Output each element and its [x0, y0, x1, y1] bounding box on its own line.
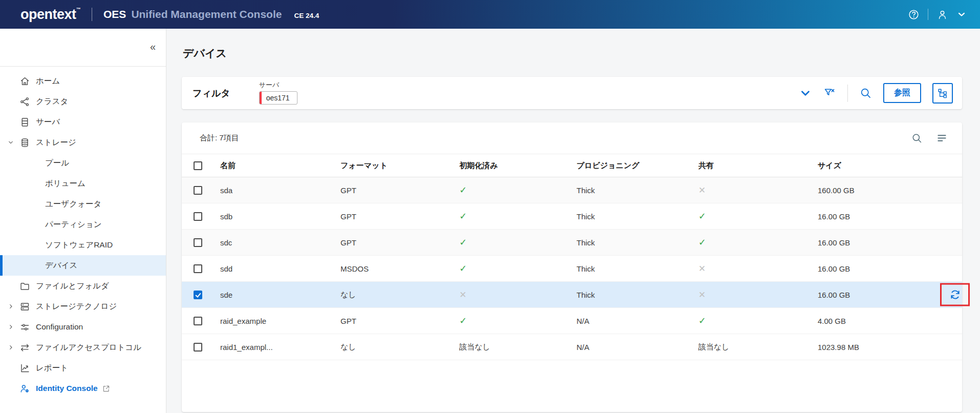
row-checkbox[interactable] [194, 343, 202, 352]
format-cell: GPT [340, 186, 459, 195]
header-divider [92, 8, 92, 21]
swap-icon [19, 342, 30, 353]
list-options-icon [936, 132, 948, 144]
column-header-provisioning[interactable]: プロビジョニング [577, 161, 698, 171]
format-cell: GPT [340, 238, 459, 247]
rescan-device-button[interactable] [949, 288, 962, 301]
sidebar-item-cluster[interactable]: クラスタ [0, 91, 166, 112]
row-checkbox[interactable] [194, 291, 202, 299]
chevron-down-icon [799, 87, 812, 100]
chevron-down-icon [956, 9, 967, 19]
shared-cell: ✕ [698, 263, 818, 274]
filter-expand-button[interactable] [799, 87, 812, 100]
user-menu-button[interactable] [936, 9, 948, 20]
sidebar-item-pool[interactable]: プール [0, 153, 166, 173]
sidebar-item-software-raid[interactable]: ソフトウェアRAID [0, 235, 166, 255]
product-name: OES [103, 8, 126, 20]
chevron-down-icon [7, 138, 15, 147]
column-header-size[interactable]: サイズ [818, 161, 948, 171]
column-header-shared[interactable]: 共有 [698, 161, 818, 171]
report-icon [19, 363, 30, 374]
chevron-right-icon [7, 302, 15, 311]
sidebar-item-server[interactable]: サーバ [0, 112, 166, 132]
row-checkbox[interactable] [194, 186, 202, 195]
table-row[interactable]: sda GPT ✓ Thick ✕ 160.00 GB [182, 177, 962, 203]
clear-filter-button[interactable] [823, 87, 836, 99]
search-icon [859, 87, 872, 99]
provisioning-cell: Thick [577, 186, 698, 195]
table-row[interactable]: sdd MSDOS ✓ Thick ✕ 16.00 GB [182, 256, 962, 282]
home-icon [19, 76, 30, 87]
table-search-button[interactable] [911, 132, 923, 144]
sidebar-collapse-button[interactable]: « [147, 41, 159, 52]
opentext-logo: opentext™ [20, 7, 80, 23]
format-cell: MSDOS [340, 264, 459, 273]
help-button[interactable] [908, 9, 920, 20]
size-cell: 4.00 GB [818, 317, 948, 325]
row-checkbox[interactable] [194, 317, 202, 325]
initialized-cell: ✓ [459, 315, 577, 326]
column-header-name[interactable]: 名前 [220, 161, 340, 171]
row-checkbox[interactable] [194, 212, 202, 221]
table-row[interactable]: sdc GPT ✓ Thick ✓ 16.00 GB [182, 230, 962, 256]
sidebar-item-identity-console[interactable]: Identity Console [0, 378, 166, 399]
browse-button[interactable]: 参照 [883, 83, 921, 103]
external-link-icon [102, 384, 111, 393]
filter-panel: フィルタ サーバ oes171 参照 [182, 77, 962, 109]
row-checkbox[interactable] [194, 238, 202, 247]
sidebar-item-user-quota[interactable]: ユーザクォータ [0, 194, 166, 214]
user-menu-chevron[interactable] [956, 9, 967, 19]
device-name-cell: sde [220, 291, 340, 299]
cluster-icon [19, 96, 30, 107]
table-row[interactable]: raid_example GPT ✓ N/A ✓ 4.00 GB [182, 308, 962, 334]
table-row-selected[interactable]: sde なし ✕ Thick ✕ 16.00 GB [182, 282, 962, 308]
list-options-button[interactable] [936, 132, 948, 144]
table-toolbar-actions [911, 132, 948, 144]
filter-actions: 参照 [799, 83, 953, 104]
device-name-cell: sdd [220, 264, 340, 273]
server-field-label: サーバ [259, 80, 297, 90]
column-header-format[interactable]: フォーマット [340, 161, 459, 171]
table-toolbar: 合計: 7項目 [182, 122, 962, 154]
sidebar-nav: ホーム クラスタ サーバ ストレージ プール ボリューム ユーザクォータ パーテ… [0, 67, 166, 399]
shared-cell: ✓ [698, 237, 818, 248]
help-icon [908, 9, 920, 20]
initialized-cell: ✓ [459, 211, 577, 222]
initialized-cell: ✓ [459, 184, 577, 196]
select-all-checkbox[interactable] [194, 161, 202, 170]
provisioning-cell: Thick [577, 238, 698, 247]
shared-cell: ✓ [698, 211, 818, 222]
total-items-label: 合計: 7項目 [200, 133, 239, 143]
tree-view-button[interactable] [932, 83, 953, 104]
sidebar-item-home[interactable]: ホーム [0, 71, 166, 91]
sidebar-item-partition[interactable]: パーティション [0, 214, 166, 235]
sliders-icon [19, 322, 30, 333]
actions-divider [847, 85, 848, 102]
sidebar-item-configuration[interactable]: Configuration [0, 317, 166, 337]
row-checkbox[interactable] [194, 264, 202, 273]
server-filter-chip[interactable]: oes171 [259, 91, 297, 105]
search-button[interactable] [859, 87, 872, 99]
sidebar-item-volume[interactable]: ボリューム [0, 173, 166, 194]
format-cell: GPT [340, 317, 459, 325]
sidebar-item-files-folders[interactable]: ファイルとフォルダ [0, 276, 166, 296]
sidebar-item-devices[interactable]: デバイス [0, 255, 166, 276]
shared-cell: ✕ [698, 290, 818, 300]
user-icon [936, 9, 948, 20]
top-banner: opentext™ OES Unified Management Console… [0, 0, 980, 29]
sidebar-item-storage[interactable]: ストレージ [0, 132, 166, 153]
sidebar-item-file-access-protocols[interactable]: ファイルアクセスプロトコル [0, 337, 166, 358]
column-header-initialized[interactable]: 初期化済み [459, 161, 577, 171]
sidebar-item-storage-technology[interactable]: ストレージテクノロジ [0, 296, 166, 317]
shared-cell: ✓ [698, 315, 818, 326]
provisioning-cell: Thick [577, 212, 698, 221]
storage-icon [19, 137, 30, 148]
chevron-right-icon [7, 343, 15, 352]
provisioning-cell: N/A [577, 317, 698, 325]
annotation-highlight-box [940, 283, 970, 306]
table-row[interactable]: raid1_exampl... なし 該当なし N/A 該当なし 1023.98… [182, 334, 962, 360]
devices-table-panel: 合計: 7項目 名前 フォーマット 初期化済み プロビジョニング 共有 サイズ … [182, 122, 962, 412]
format-cell: なし [340, 342, 459, 352]
sidebar-item-reports[interactable]: レポート [0, 358, 166, 378]
table-row[interactable]: sdb GPT ✓ Thick ✓ 16.00 GB [182, 203, 962, 230]
